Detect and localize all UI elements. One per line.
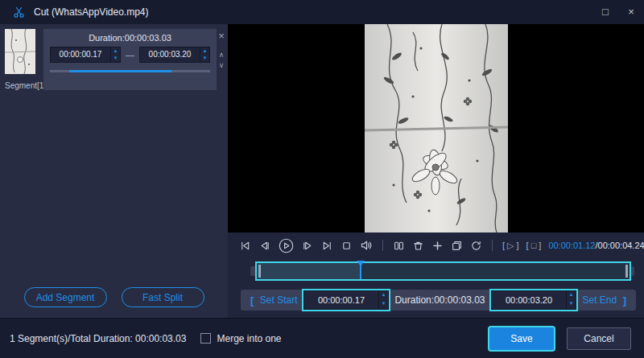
spin-down-icon[interactable]: ▾ xyxy=(567,300,576,309)
bracket-icon: [ xyxy=(526,241,529,250)
remove-segment-icon[interactable]: × xyxy=(218,31,225,41)
stop-button[interactable] xyxy=(341,240,353,252)
divider xyxy=(492,240,493,251)
segment-side-controls: × ∧ ∨ xyxy=(217,29,226,90)
spin-up-icon[interactable]: ▴ xyxy=(200,47,209,55)
bracket-icon: ] xyxy=(517,241,519,250)
trim-start-value: 00:00:00.17 xyxy=(304,291,378,309)
segment-end-spinner[interactable]: 00:00:03.20 ▴ ▾ xyxy=(139,47,210,63)
trim-start-spinner[interactable]: 00:00:00.17 ▴ ▾ xyxy=(303,290,389,310)
scissors-icon xyxy=(13,6,26,19)
preview-segment-button[interactable]: [▷] xyxy=(502,241,519,251)
delete-segment-button[interactable] xyxy=(412,240,424,252)
playhead-line xyxy=(360,261,361,279)
current-time: 00:00:01.12 xyxy=(548,241,595,250)
merge-label: Merge into one xyxy=(217,333,281,344)
skip-end-button[interactable] xyxy=(321,240,333,252)
titlebar: Cut (WhatsAppVideo.mp4) □ × xyxy=(0,0,644,24)
play-button[interactable] xyxy=(278,237,295,254)
spin-down-icon[interactable]: ▾ xyxy=(200,55,209,62)
trim-end-value: 00:00:03.20 xyxy=(492,291,566,309)
move-down-icon[interactable]: ∨ xyxy=(219,62,225,69)
spin-up-icon[interactable]: ▴ xyxy=(379,291,388,300)
footer-bar: 1 Segment(s)/Total Duration: 00:00:03.03… xyxy=(0,318,644,358)
segment-row: Segment[1] Duration:00:00:03.03 00:00:00… xyxy=(0,24,228,90)
maximize-button[interactable]: □ xyxy=(592,0,618,24)
window-title: Cut (WhatsAppVideo.mp4) xyxy=(34,6,149,18)
move-up-icon[interactable]: ∧ xyxy=(219,51,225,59)
end-bracket-icon: ] xyxy=(623,294,626,307)
segment-duration-label: Duration:00:00:03.03 xyxy=(50,33,210,43)
volume-button[interactable] xyxy=(360,239,373,252)
cut-dialog-window: Cut (WhatsAppVideo.mp4) □ × xyxy=(0,0,644,358)
spin-up-icon[interactable]: ▴ xyxy=(567,291,576,300)
segment-progress-bar xyxy=(50,70,210,72)
segment-progress-fill xyxy=(69,70,171,72)
close-button[interactable]: × xyxy=(618,0,644,24)
trim-controls-row: [ Set Start 00:00:00.17 ▴ ▾ Duration:00:… xyxy=(228,284,644,318)
segment-panel: Segment[1] Duration:00:00:03.03 00:00:00… xyxy=(0,24,228,318)
cancel-button[interactable]: Cancel xyxy=(567,327,631,350)
time-display: 00:00:01.12/00:00:04.24 xyxy=(548,241,644,250)
set-end-button[interactable]: Set End xyxy=(582,294,617,306)
timeline-track[interactable] xyxy=(250,266,634,276)
skip-start-button[interactable] xyxy=(239,240,251,252)
player-controls: [▷] [□] 00:00:01.12/00:00:04.24 xyxy=(228,232,644,258)
start-bracket-icon: [ xyxy=(250,294,254,307)
trim-duration-label: Duration:00:00:03.03 xyxy=(394,294,485,306)
stop-preview-button[interactable]: [□] xyxy=(526,241,542,250)
stop-small-icon: □ xyxy=(531,241,537,250)
fast-split-button[interactable]: Fast Split xyxy=(122,287,204,307)
segment-actions: Add Segment Fast Split xyxy=(0,287,228,307)
total-time: /00:00:04.24 xyxy=(596,241,644,250)
merge-option: Merge into one xyxy=(200,333,281,344)
segments-summary: 1 Segment(s)/Total Duration: 00:00:03.03 xyxy=(10,333,186,344)
played-region xyxy=(257,263,361,279)
next-frame-button[interactable] xyxy=(302,240,314,252)
set-start-button[interactable]: Set Start xyxy=(260,294,298,306)
trim-strip: [ Set Start 00:00:00.17 ▴ ▾ Duration:00:… xyxy=(241,290,636,311)
bracket-icon: ] xyxy=(539,241,541,250)
segment-start-value: 00:00:00.17 xyxy=(51,47,110,62)
segment-end-value: 00:00:03.20 xyxy=(140,47,200,62)
split-segment-button[interactable] xyxy=(393,240,405,252)
copy-segment-button[interactable] xyxy=(451,240,463,252)
range-dash: — xyxy=(126,50,134,60)
segment-label: Segment[1] xyxy=(5,81,37,90)
reset-button[interactable] xyxy=(470,240,482,252)
trim-start-handle[interactable] xyxy=(258,265,261,278)
play-small-icon: ▷ xyxy=(507,241,514,251)
segment-card[interactable]: Duration:00:00:03.03 00:00:00.17 ▴ ▾ — 0… xyxy=(43,29,217,90)
add-segment-button[interactable]: Add Segment xyxy=(24,287,107,307)
bracket-icon: [ xyxy=(502,241,505,250)
spin-down-icon[interactable]: ▾ xyxy=(379,300,388,309)
window-controls: □ × xyxy=(592,0,644,24)
spin-up-icon[interactable]: ▴ xyxy=(111,47,120,55)
segment-thumbnail[interactable] xyxy=(5,29,35,74)
divider xyxy=(382,240,383,251)
timeline-row xyxy=(228,258,644,284)
add-segment-icon-button[interactable] xyxy=(431,240,444,252)
trim-end-handle[interactable] xyxy=(625,265,628,278)
video-frame xyxy=(365,24,508,232)
spin-down-icon[interactable]: ▾ xyxy=(111,55,120,62)
segment-start-spinner[interactable]: 00:00:00.17 ▴ ▾ xyxy=(50,47,121,63)
save-button[interactable]: Save xyxy=(489,327,554,350)
merge-checkbox[interactable] xyxy=(200,333,211,344)
video-preview xyxy=(228,24,644,232)
main-area: [▷] [□] 00:00:01.12/00:00:04.24 xyxy=(228,24,644,318)
previous-frame-button[interactable] xyxy=(258,240,270,252)
trim-end-spinner[interactable]: 00:00:03.20 ▴ ▾ xyxy=(491,290,576,310)
timeline-selection[interactable] xyxy=(255,261,631,281)
